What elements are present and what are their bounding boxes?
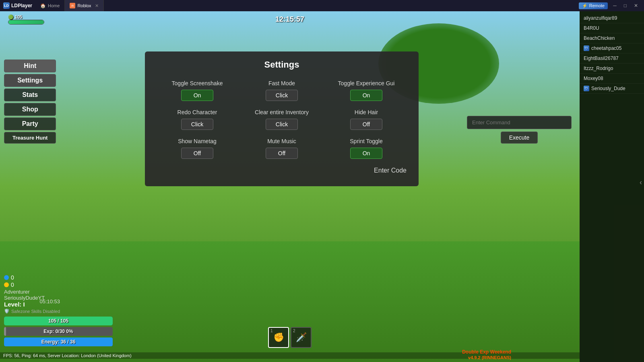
- tab-home[interactable]: 🏠 Home: [35, 0, 65, 11]
- exp-progress-fill: [4, 327, 6, 336]
- settings-title: Settings: [157, 60, 407, 70]
- settings-button[interactable]: Settings: [4, 74, 56, 87]
- settings-grid: Toggle Screenshake On Fast Mode Click To…: [157, 80, 407, 159]
- hp-progress-label: 105 / 105: [48, 318, 68, 324]
- settings-item-mutemusic: Mute Music Off: [242, 138, 322, 159]
- shield-icon: 🛡️: [4, 309, 10, 314]
- player-name-1: aliyanzulfiqar89: [584, 15, 617, 21]
- screenshake-button[interactable]: On: [181, 90, 213, 101]
- minimize-button[interactable]: ─: [611, 2, 619, 9]
- player-coins-yellow: 0: [4, 282, 60, 288]
- settings-bottom: Enter Code: [157, 167, 407, 174]
- tab-roblox-label: Roblox: [77, 3, 91, 8]
- titlebar: LD LDPlayer 🏠 Home R Roblox ✕ ⚡ Remote ─…: [0, 0, 644, 11]
- player-name-5: EightBasil26787: [584, 56, 619, 61]
- player-list-item: aliyanzulfiqar89: [580, 13, 644, 23]
- app-logo: LD LDPlayer: [0, 2, 35, 9]
- fps-info: FPS: 56, Ping: 64 ms, Server Location: L…: [3, 353, 132, 358]
- player-name-3: BeachChicken: [584, 35, 615, 41]
- player-coins-blue: 0: [4, 274, 60, 281]
- hotbar-slot-2[interactable]: 2 🗡️: [291, 327, 312, 348]
- badge-icon-2: 🛡: [584, 86, 589, 91]
- expgui-label: Toggle Experience Gui: [338, 80, 395, 86]
- remote-button[interactable]: ⚡ Remote: [579, 2, 608, 9]
- enter-code-button[interactable]: Enter Code: [374, 167, 407, 174]
- execute-button[interactable]: Execute: [501, 132, 538, 144]
- energy-progress-label: Energy: 36 / 36: [41, 339, 76, 345]
- coins-yellow-value: 0: [11, 282, 14, 288]
- nametag-label: Show Nametag: [178, 138, 217, 144]
- party-button[interactable]: Party: [4, 117, 56, 130]
- settings-item-sprinttoggle: Sprint Toggle On: [326, 138, 407, 159]
- hp-label: 🟢 105: [8, 14, 44, 20]
- redocharacter-button[interactable]: Click: [181, 119, 213, 130]
- close-tab-button[interactable]: ✕: [95, 3, 99, 8]
- player-name-2: B4R0U: [584, 25, 599, 31]
- hud-time: 12:15:57: [275, 15, 304, 24]
- double-xp-label: Double Exp Weekend: [462, 349, 511, 355]
- hotbar-slot-1[interactable]: 1 ✊: [268, 327, 289, 348]
- shop-button[interactable]: Shop: [4, 103, 56, 116]
- sprinttoggle-button[interactable]: On: [350, 148, 382, 159]
- clearinventory-button[interactable]: Click: [266, 119, 298, 130]
- hidehair-button[interactable]: Off: [350, 119, 382, 130]
- player-name-7: Moxey08: [584, 76, 603, 81]
- settings-item-hidehair: Hide Hair Off: [326, 109, 407, 130]
- titlebar-tabs: 🏠 Home R Roblox ✕: [35, 0, 104, 11]
- remote-label: Remote: [589, 3, 605, 8]
- close-window-button[interactable]: ✕: [632, 2, 640, 9]
- stats-button[interactable]: Stats: [4, 88, 56, 101]
- settings-item-nametag: Show Nametag Off: [157, 138, 237, 159]
- player-info: 0 0 Adventurer SeriouslyDudeYT Level: I …: [4, 274, 60, 314]
- settings-item-expgui: Toggle Experience Gui On: [326, 80, 407, 101]
- hotbar-item-2: 🗡️: [296, 332, 307, 343]
- hotbar-item-1: ✊: [273, 332, 284, 343]
- nametag-button[interactable]: Off: [181, 148, 213, 159]
- player-list-item: 🛡 cheetahpac05: [580, 43, 644, 53]
- treasure-button[interactable]: Treasure Hunt: [4, 132, 56, 144]
- settings-item-redocharacter: Redo Character Click: [157, 109, 237, 130]
- exp-progress-label: Exp: 0/30 0%: [43, 329, 73, 334]
- app-icon: LD: [3, 2, 10, 9]
- mutemusic-button[interactable]: Off: [266, 148, 298, 159]
- command-input[interactable]: [467, 116, 572, 129]
- version-label: v4.9.2 (RINNEGANS): [468, 355, 511, 360]
- player-list-item: Itzzz_Rodrigo: [580, 64, 644, 74]
- command-panel: Execute: [467, 116, 572, 144]
- remote-icon: ⚡: [582, 3, 588, 8]
- hint-button[interactable]: Hint: [4, 60, 56, 72]
- hp-bar-fill: [8, 20, 44, 24]
- settings-modal: Settings Toggle Screenshake On Fast Mode…: [145, 51, 419, 186]
- player-level: Level: I: [4, 301, 25, 308]
- left-menu: Hint Settings Stats Shop Party Treasure …: [4, 60, 56, 144]
- tab-home-label: Home: [48, 3, 60, 8]
- hp-bar-container: 🟢 105: [8, 14, 44, 25]
- hidehair-label: Hide Hair: [355, 109, 378, 115]
- redocharacter-label: Redo Character: [178, 109, 217, 115]
- panel-arrow[interactable]: ‹: [640, 178, 642, 187]
- fastmode-label: Fast Mode: [268, 80, 295, 86]
- player-list-item: B4R0U: [580, 23, 644, 33]
- player-list-item: Moxey08: [580, 74, 644, 84]
- exp-progress-bar: Exp: 0/30 0%: [4, 327, 113, 336]
- hotbar-slot-2-num: 2: [293, 329, 295, 333]
- maximize-button[interactable]: □: [622, 2, 629, 9]
- safezone-label: Safezone Skills Disabled: [11, 309, 60, 314]
- settings-item-fastmode: Fast Mode Click: [242, 80, 322, 101]
- badge-icon: 🛡: [584, 45, 589, 51]
- energy-progress-bar: Energy: 36 / 36: [4, 337, 113, 346]
- expgui-button[interactable]: On: [350, 90, 382, 101]
- app-name: LDPlayer: [11, 3, 32, 8]
- hotbar: 1 ✊ 2 🗡️: [268, 327, 312, 348]
- home-icon: 🏠: [40, 3, 46, 8]
- right-panel: aliyanzulfiqar89 B4R0U BeachChicken 🛡 ch…: [580, 11, 644, 362]
- game-area: 12:15:57 🟢 105 Hint Settings Stats Shop …: [0, 11, 580, 362]
- player-class: Adventurer: [4, 289, 60, 295]
- tab-roblox[interactable]: R Roblox ✕: [65, 0, 103, 11]
- titlebar-right: ⚡ Remote ─ □ ✕: [575, 2, 644, 9]
- settings-item-clearinventory: Clear entire Inventory Click: [242, 109, 322, 130]
- player-list-item: 🛡 Seriously_Dude: [580, 84, 644, 94]
- fastmode-button[interactable]: Click: [266, 90, 298, 101]
- settings-item-screenshake: Toggle Screenshake On: [157, 80, 237, 101]
- mutemusic-label: Mute Music: [267, 138, 296, 144]
